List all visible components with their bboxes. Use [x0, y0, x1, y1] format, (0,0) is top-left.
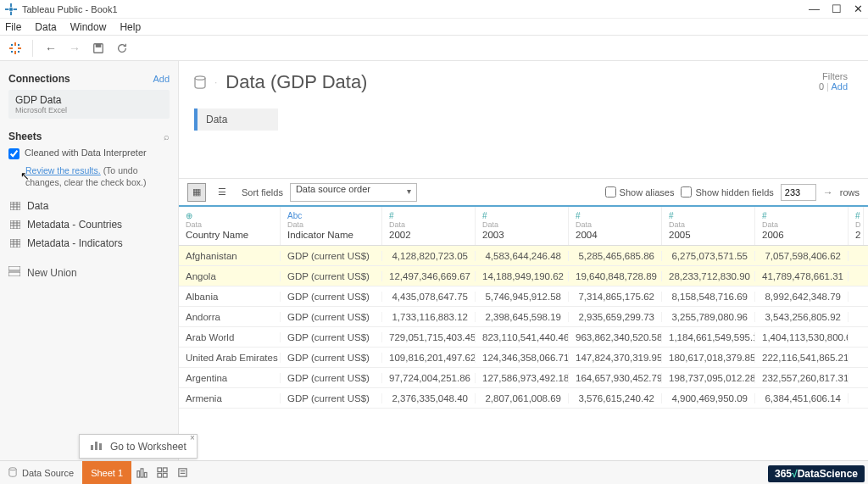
cell: 180,617,018,379.85: [662, 353, 755, 363]
datasource-title[interactable]: Data (GDP Data): [225, 71, 367, 93]
text-type-icon: Abc: [287, 212, 375, 220]
data-interpreter-checkbox-row[interactable]: Cleaned with Data Interpreter: [8, 147, 170, 159]
show-hidden-fields-checkbox[interactable]: Show hidden fields: [681, 186, 773, 197]
column-header[interactable]: AbcDataIndicator Name: [281, 207, 382, 245]
svg-rect-7: [9, 47, 13, 49]
table-row[interactable]: AfghanistanGDP (current US$)4,128,820,72…: [179, 246, 868, 266]
cell: Albania: [179, 292, 281, 302]
menu-file[interactable]: File: [5, 21, 21, 33]
datasource-icon: [194, 75, 206, 89]
svg-rect-4: [9, 8, 13, 11]
column-header[interactable]: #Data2005: [662, 207, 755, 245]
toolbar: ← →: [0, 36, 868, 61]
rows-arrow-icon[interactable]: →: [823, 186, 833, 198]
minimize-button[interactable]: —: [809, 3, 820, 15]
close-button[interactable]: ✕: [854, 3, 863, 15]
column-header[interactable]: #Data2002: [382, 207, 476, 245]
svg-rect-39: [144, 473, 147, 478]
table-row[interactable]: United Arab EmiratesGDP (current US$)109…: [179, 348, 868, 368]
sheet1-tab[interactable]: Sheet 1: [82, 461, 131, 484]
popup-close-icon[interactable]: ×: [190, 433, 195, 442]
new-union-button[interactable]: New Union: [8, 266, 170, 279]
connection-name: GDP Data: [15, 94, 163, 106]
column-header[interactable]: #Data2006: [755, 207, 849, 245]
menu-data[interactable]: Data: [35, 21, 56, 33]
search-icon[interactable]: ⌕: [164, 131, 170, 142]
table-row[interactable]: Arab WorldGDP (current US$)729,051,715,4…: [179, 327, 868, 348]
svg-rect-31: [8, 272, 20, 276]
table-row[interactable]: AndorraGDP (current US$)1,733,116,883.12…: [179, 307, 868, 327]
add-filter-link[interactable]: Add: [831, 81, 848, 92]
svg-rect-37: [137, 471, 140, 477]
add-connection-link[interactable]: Add: [153, 74, 170, 84]
table-row[interactable]: AngolaGDP (current US$)12,497,346,669.67…: [179, 266, 868, 287]
filters-panel: Filters 0 | Add: [819, 71, 853, 93]
cell: 232,557,260,817.31: [755, 373, 849, 383]
maximize-button[interactable]: ☐: [832, 3, 842, 15]
grid-toolbar: ▦ ☰ Sort fields Data source order Show a…: [179, 178, 868, 207]
cell: Andorra: [179, 312, 281, 322]
svg-rect-40: [158, 468, 162, 472]
sort-fields-select[interactable]: Data source order: [290, 183, 417, 202]
svg-rect-30: [8, 266, 20, 270]
go-to-worksheet-popup[interactable]: × Go to Worksheet: [79, 434, 198, 459]
svg-rect-12: [18, 51, 19, 53]
number-type-icon: #: [482, 212, 561, 220]
cell: United Arab Emirates: [179, 353, 281, 363]
connection-item[interactable]: GDP Data Microsoft Excel: [8, 90, 170, 119]
cell: 109,816,201,497.62: [382, 353, 476, 363]
cell: 28,233,712,830.90: [662, 271, 755, 281]
svg-rect-41: [163, 468, 167, 472]
forward-button[interactable]: →: [67, 41, 82, 56]
cell: 127,586,973,492.18: [476, 373, 569, 383]
svg-rect-1: [10, 11, 12, 14]
datasource-tab[interactable]: Data Source: [0, 461, 82, 484]
svg-rect-33: [91, 445, 93, 450]
join-canvas[interactable]: Data: [179, 93, 868, 178]
svg-rect-34: [95, 442, 97, 450]
sheet-item-data[interactable]: Data: [8, 197, 170, 215]
new-dashboard-button[interactable]: [152, 461, 172, 484]
cell: 1,184,661,549,595.13: [662, 332, 755, 342]
table-row[interactable]: ArmeniaGDP (current US$)2,376,335,048.40…: [179, 388, 868, 409]
new-worksheet-button[interactable]: [131, 461, 152, 484]
filters-count: 0: [819, 81, 824, 92]
main-area: · Data (GDP Data) Filters 0 | Add Data ▦…: [179, 61, 868, 460]
column-header[interactable]: #Data2004: [569, 207, 662, 245]
filters-label: Filters: [819, 71, 848, 81]
sheet-item-metadata-indicators[interactable]: Metadata - Indicators: [8, 234, 170, 253]
union-icon: [8, 266, 20, 279]
number-type-icon: #: [389, 212, 468, 220]
menu-window[interactable]: Window: [70, 21, 107, 33]
cell: GDP (current US$): [281, 332, 382, 342]
column-header[interactable]: ⊕DataCountry Name: [179, 207, 281, 245]
grid-view-button[interactable]: ▦: [187, 183, 206, 202]
table-row[interactable]: AlbaniaGDP (current US$)4,435,078,647.75…: [179, 287, 868, 307]
save-button[interactable]: [91, 41, 106, 56]
review-results-link[interactable]: Review the results.: [25, 165, 101, 175]
cell: 2,376,335,048.40: [382, 393, 476, 403]
table-pill[interactable]: Data: [194, 108, 278, 131]
sheets-heading: Sheets: [8, 131, 42, 142]
svg-rect-43: [163, 473, 167, 477]
data-interpreter-checkbox[interactable]: [8, 148, 19, 159]
new-story-button[interactable]: [172, 461, 192, 484]
cell: 963,862,340,520.58: [569, 332, 662, 342]
show-aliases-checkbox[interactable]: Show aliases: [605, 186, 675, 197]
cell: 164,657,930,452.79: [569, 373, 662, 383]
svg-rect-35: [99, 443, 102, 450]
list-view-button[interactable]: ☰: [213, 183, 231, 202]
cell: 41,789,478,661.31: [755, 271, 849, 281]
table-row[interactable]: ArgentinaGDP (current US$)97,724,004,251…: [179, 368, 868, 388]
column-header[interactable]: #Data2003: [476, 207, 569, 245]
cell: 2,398,645,598.19: [476, 312, 569, 322]
connections-heading: Connections: [8, 73, 70, 85]
menu-help[interactable]: Help: [120, 21, 141, 33]
svg-rect-38: [141, 469, 143, 477]
refresh-button[interactable]: [114, 41, 130, 56]
rows-input[interactable]: [781, 184, 816, 201]
svg-rect-44: [178, 469, 186, 476]
sheet-item-metadata-countries[interactable]: Metadata - Countries: [8, 215, 170, 234]
back-button[interactable]: ←: [43, 41, 58, 56]
cell: GDP (current US$): [281, 353, 382, 363]
